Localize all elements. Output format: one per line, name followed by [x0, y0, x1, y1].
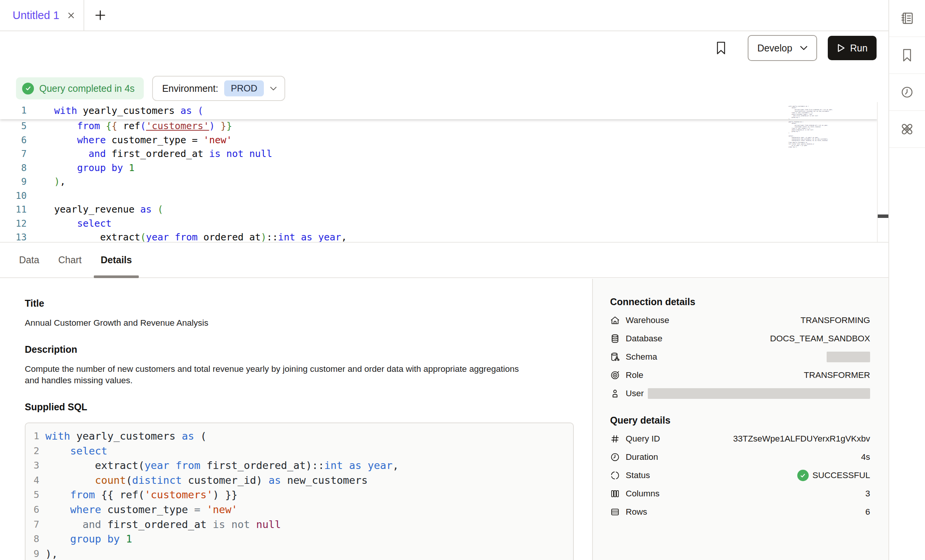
query-details-rows: Query ID33TZseWpe1ALFDUYerxR1gVKxbvDurat…: [610, 430, 870, 521]
detail-row-query-id: Query ID33TZseWpe1ALFDUYerxR1gVKxbv: [610, 430, 870, 448]
detail-value: TRANSFORMING: [801, 315, 870, 325]
new-tab-plus-icon[interactable]: [92, 7, 109, 24]
query-status-text: Query completed in 4s: [39, 83, 135, 94]
line-code: extract(year from first_ordered_at)::int…: [45, 458, 399, 473]
line-code: yearly_revenue as (: [54, 203, 163, 217]
code-line: 6 where customer_type = 'new': [0, 133, 888, 147]
bookmark-icon[interactable]: [716, 41, 726, 55]
code-line: 1with yearly_customers as (: [0, 102, 878, 119]
detail-row-role: RoleTRANSFORMER: [610, 366, 870, 384]
detail-label: Status: [626, 470, 650, 480]
tab-data[interactable]: Data: [12, 243, 46, 277]
code-line: 5 from {{ ref('customers') }}: [26, 488, 573, 502]
line-code: group by 1: [45, 532, 132, 547]
check-circle-icon: [22, 83, 34, 94]
line-code: from {{ ref('customers') }}: [45, 488, 238, 502]
line-number: 9: [0, 175, 27, 189]
hash-icon: [610, 434, 621, 444]
code-line: 2 select: [26, 444, 573, 459]
sql-editor[interactable]: 1with yearly_customers as ( 5 from {{ re…: [0, 102, 888, 243]
code-line: 9),: [26, 547, 573, 560]
spinner-icon: [610, 470, 621, 481]
detail-label: Duration: [626, 452, 658, 462]
line-code: with yearly_customers as (: [45, 429, 207, 444]
develop-label: Develop: [757, 43, 792, 54]
tab-chart[interactable]: Chart: [51, 243, 88, 277]
line-number: 8: [0, 161, 27, 175]
line-number: 5: [26, 488, 39, 502]
line-number: 1: [26, 429, 39, 444]
detail-label: Rows: [626, 507, 647, 517]
close-icon[interactable]: [66, 11, 76, 20]
query-status-pill: Query completed in 4s: [16, 77, 144, 99]
main-area: Untitled 1 Develop Run: [0, 0, 888, 560]
environment-select[interactable]: Environment: PROD: [152, 76, 285, 101]
line-code: and first_ordered_at is not null: [54, 147, 272, 161]
sidebar-button-history-clock[interactable]: [889, 74, 925, 111]
code-line: 11yearly_revenue as (: [0, 203, 888, 217]
line-number: 4: [26, 473, 39, 488]
editor-scrollbar-thumb[interactable]: [878, 214, 888, 218]
right-sidebar: [888, 0, 925, 560]
title-value: Annual Customer Growth and Revenue Analy…: [25, 317, 592, 329]
line-code: where customer_type = 'new': [54, 133, 232, 147]
detail-row-status: StatusSUCCESSFUL: [610, 466, 870, 485]
line-code: from {{ ref('customers') }}: [54, 119, 232, 133]
detail-row-user: User: [610, 384, 870, 403]
tab-label: Untitled 1: [13, 9, 59, 22]
history-clock-icon: [900, 85, 914, 99]
line-code: extract(year from ordered_at)::int as ye…: [54, 230, 347, 243]
develop-dropdown-button[interactable]: Develop: [748, 35, 817, 61]
line-number: 3: [26, 458, 39, 473]
supplied-sql-code-block: 1with yearly_customers as (2 select3 ext…: [25, 422, 574, 560]
sql-ide-app: Untitled 1 Develop Run: [0, 0, 925, 560]
code-line: 4 count(distinct customer_id) as new_cus…: [26, 473, 573, 488]
description-heading: Description: [25, 344, 592, 355]
detail-row-database: DatabaseDOCS_TEAM_SANDBOX: [610, 330, 870, 348]
sidebar-button-copilot-sparkle[interactable]: [889, 111, 925, 148]
line-number: 11: [0, 203, 27, 217]
sidebar-button-notebook-list[interactable]: [889, 0, 925, 37]
line-code: select: [54, 217, 112, 231]
description-value: Compute the number of new customers and …: [25, 363, 532, 386]
environment-label: Environment:: [162, 83, 218, 94]
play-icon: [837, 43, 845, 53]
details-panel: Title Annual Customer Growth and Revenue…: [0, 279, 888, 560]
editor-scrollbar[interactable]: [877, 102, 888, 242]
code-line: 1with yearly_customers as (: [26, 429, 573, 444]
line-number: 12: [0, 217, 27, 231]
detail-label: User: [626, 389, 644, 398]
sidebar-button-bookmark[interactable]: [889, 37, 925, 74]
result-tab-bar: DataChartDetails: [0, 243, 888, 278]
details-sidebar: Connection details WarehouseTRANSFORMING…: [592, 279, 888, 560]
detail-row-rows: Rows6: [610, 503, 870, 521]
redacted-value: [648, 388, 870, 399]
query-details-heading: Query details: [610, 415, 870, 426]
detail-label: Columns: [626, 489, 660, 499]
line-code: ),: [54, 175, 66, 189]
code-line: 8 group by 1: [26, 532, 573, 547]
code-line: 6 where customer_type = 'new': [26, 502, 573, 517]
detail-row-schema: Schema: [610, 348, 870, 366]
redacted-value: [827, 352, 870, 362]
run-button[interactable]: Run: [828, 36, 877, 60]
sticky-context-line: 1with yearly_customers as (: [0, 102, 878, 119]
supplied-sql-heading: Supplied SQL: [25, 402, 592, 413]
editor-minimap[interactable]: with yearly_customers as ( select extrac…: [788, 106, 835, 155]
line-number: 1: [0, 102, 27, 119]
connection-details-heading: Connection details: [610, 296, 870, 307]
bookmark-icon: [901, 48, 913, 62]
line-number: 6: [26, 502, 39, 517]
editor-lines: 5 from {{ ref('customers') }}6 where cus…: [0, 119, 888, 243]
tab-details[interactable]: Details: [94, 243, 139, 277]
code-line: 8 group by 1: [0, 161, 888, 175]
role-icon: [610, 370, 621, 381]
line-number: 6: [0, 133, 27, 147]
user-icon: [610, 388, 621, 399]
code-line: 13 extract(year from ordered_at)::int as…: [0, 230, 888, 243]
detail-value: TRANSFORMER: [804, 370, 870, 380]
rows-icon: [610, 507, 621, 517]
line-number: 9: [26, 547, 39, 560]
status-row: Query completed in 4s Environment: PROD: [0, 76, 888, 101]
tab-untitled-1[interactable]: Untitled 1: [0, 0, 84, 30]
